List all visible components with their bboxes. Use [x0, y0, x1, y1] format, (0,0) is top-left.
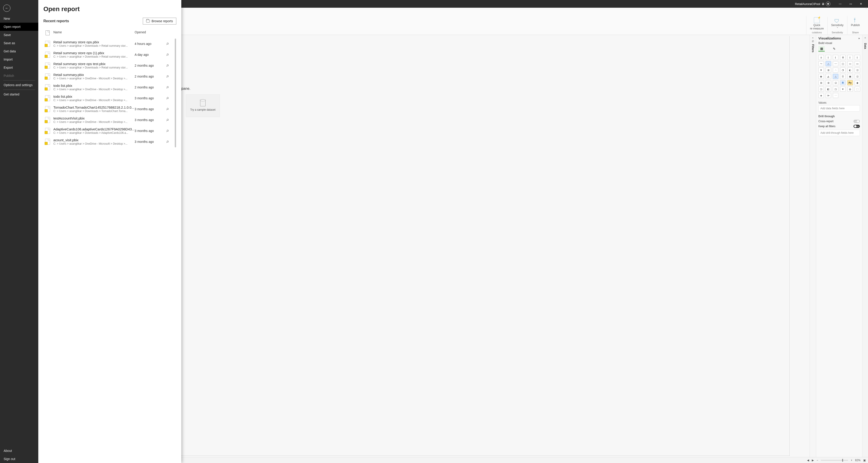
sidebar-item-getstarted[interactable]: Get started: [0, 90, 38, 98]
ribbon-collapse-icon[interactable]: ˆ: [866, 8, 867, 11]
viz-type-chip[interactable]: ⊞: [826, 67, 831, 73]
viz-type-chip[interactable]: ▭: [855, 61, 860, 66]
recent-report-row[interactable]: Retail summary store ops.pbix C: > Users…: [43, 38, 176, 49]
file-name: todo list.pbix: [53, 84, 135, 88]
close-button[interactable]: ✕: [856, 0, 866, 8]
back-button[interactable]: ←: [3, 4, 10, 12]
recent-report-row[interactable]: Retail summary store ops (1).pbix C: > U…: [43, 49, 176, 60]
viz-type-chip[interactable]: ⫿: [847, 55, 853, 60]
sidebar-item-open[interactable]: Open report: [0, 23, 38, 31]
scrollbar-thumb[interactable]: [175, 38, 176, 147]
try-sample-dataset-card[interactable]: Try a sample dataset: [186, 94, 220, 117]
account-display[interactable]: RetailAuroraCIPool 🖥: [795, 2, 830, 6]
ribbon-publish[interactable]: Publish Share: [847, 16, 864, 35]
recent-reports-heading: Recent reports: [43, 19, 69, 23]
pbix-file-icon: [45, 63, 50, 68]
ribbon-quick-measure[interactable]: Quick re measure culations: [806, 16, 828, 35]
drill-through-drop-area[interactable]: Add drill-through fields here: [818, 130, 860, 136]
format-visual-tab[interactable]: ✎: [831, 46, 837, 52]
file-name: AdaptiveCards106.adaptiveCards1267F9A029…: [53, 127, 135, 131]
viz-type-chip[interactable]: ◈: [818, 93, 824, 98]
sidebar-item-new[interactable]: New: [0, 15, 38, 23]
recent-report-row[interactable]: AdaptiveCards106.adaptiveCards1267F9A029…: [43, 125, 176, 136]
viz-type-chip[interactable]: ⬚: [855, 87, 860, 92]
viz-type-chip[interactable]: ▼: [840, 87, 845, 92]
file-path: C: > Users > asanglikar > OneDrive - Mic…: [53, 120, 135, 123]
sidebar-item-saveas[interactable]: Save as: [0, 39, 38, 47]
pbix-file-icon: [45, 117, 50, 123]
viz-type-chip[interactable]: △: [833, 74, 838, 79]
recent-report-row[interactable]: testAccountVisit.pbix C: > Users > asang…: [43, 115, 176, 125]
viz-type-chip[interactable]: ∴: [833, 67, 838, 73]
sidebar-item-save[interactable]: Save: [0, 31, 38, 39]
opened-time: 3 months ago: [135, 140, 166, 144]
recent-report-row[interactable]: Retail summary store ops test.pbix C: > …: [43, 60, 176, 71]
recent-report-row[interactable]: acount_visit.pbix C: > Users > asanglika…: [43, 136, 176, 147]
viz-type-chip[interactable]: ⫿: [855, 55, 860, 60]
viz-type-chip[interactable]: ◧: [826, 87, 831, 92]
viz-type-chip[interactable]: ▣: [847, 74, 853, 79]
viz-type-chip[interactable]: ◐: [847, 67, 853, 73]
keep-filters-label: Keep all filters: [818, 125, 835, 128]
viz-type-chip[interactable]: ◆: [855, 80, 860, 85]
ribbon-sensitivity[interactable]: Sensitivity ˅ Sensitivity: [828, 17, 847, 35]
viz-type-chip[interactable]: ⊞: [826, 80, 831, 85]
zoom-slider[interactable]: [821, 460, 848, 461]
maximize-button[interactable]: ▭: [845, 0, 856, 8]
viz-type-chip[interactable]: 〜: [818, 61, 824, 66]
viz-type-chip[interactable]: ▼: [818, 67, 824, 73]
file-path: C: > Users > asanglikar > OneDrive - Mic…: [53, 77, 135, 80]
viz-type-chip[interactable]: ◔: [840, 67, 845, 73]
opened-time: A day ago: [135, 53, 166, 56]
column-opened[interactable]: Opened: [135, 30, 166, 35]
build-visual-tab[interactable]: ▦: [818, 46, 825, 52]
viz-type-chip[interactable]: ≣: [840, 55, 845, 60]
viz-type-chip[interactable]: ◭: [826, 74, 831, 79]
viz-type-chip[interactable]: ⫼: [818, 55, 824, 60]
zoom-in-button[interactable]: +: [851, 459, 852, 462]
viz-type-chip[interactable]: ⊡: [855, 67, 860, 73]
viz-type-chip[interactable]: Py: [847, 80, 853, 85]
sidebar-item-export[interactable]: Export: [0, 63, 38, 71]
data-pane-collapsed[interactable]: « Data: [862, 35, 868, 457]
keep-filters-toggle[interactable]: On: [854, 125, 860, 128]
viz-type-chip[interactable]: ◳: [833, 87, 838, 92]
filters-pane-collapsed[interactable]: « ⎚ Filters: [809, 35, 816, 457]
canvas-hint-text: pane.: [181, 87, 190, 91]
page-nav-prev[interactable]: ◀: [807, 459, 809, 462]
recent-report-row[interactable]: todo list.pbix C: > Users > asanglikar >…: [43, 93, 176, 104]
viz-type-chip[interactable]: ⊞: [818, 80, 824, 85]
viz-type-chip[interactable]: ⊡: [833, 80, 838, 85]
viz-type-chip[interactable]: ⋯: [833, 93, 838, 98]
recent-report-row[interactable]: Retail summary.pbix C: > Users > asangli…: [43, 71, 176, 82]
page-nav-next[interactable]: ▶: [812, 459, 814, 462]
recent-report-row[interactable]: todo list.pbix C: > Users > asanglikar >…: [43, 82, 176, 93]
cross-report-toggle[interactable]: Off: [854, 120, 860, 123]
viz-type-chip[interactable]: 〰: [833, 61, 838, 66]
viz-type-chip[interactable]: △: [826, 61, 831, 66]
fit-to-page-button[interactable]: ▣: [863, 459, 866, 462]
column-name[interactable]: Name: [53, 30, 135, 35]
viz-type-chip[interactable]: ◍: [847, 87, 853, 92]
chevron-right-icon[interactable]: »: [858, 37, 860, 40]
viz-type-chip[interactable]: ⊡: [855, 74, 860, 79]
viz-type-chip[interactable]: ◫: [840, 61, 845, 66]
viz-type-chip[interactable]: ◉: [818, 74, 824, 79]
viz-type-chip[interactable]: ◳: [818, 87, 824, 92]
viz-type-chip[interactable]: R: [840, 80, 845, 85]
sidebar-item-options[interactable]: Options and settings: [0, 81, 38, 89]
sidebar-item-about[interactable]: About: [0, 447, 38, 455]
viz-type-chip[interactable]: ▭: [847, 61, 853, 66]
recent-report-row[interactable]: TornadoChart.TornadoChart1452517688218.2…: [43, 104, 176, 115]
viz-type-chip[interactable]: ☰: [840, 74, 845, 79]
sidebar-item-getdata[interactable]: Get data: [0, 47, 38, 55]
browse-reports-button[interactable]: Browse reports: [143, 18, 176, 25]
minimize-button[interactable]: —: [835, 0, 845, 8]
sidebar-item-signout[interactable]: Sign out: [0, 455, 38, 463]
zoom-out-button[interactable]: −: [816, 459, 818, 462]
viz-type-chip[interactable]: ≫: [826, 93, 831, 98]
viz-type-chip[interactable]: ⫿: [826, 55, 831, 60]
values-drop-area[interactable]: Add data fields here: [818, 105, 860, 112]
sidebar-item-import[interactable]: Import: [0, 55, 38, 63]
viz-type-chip[interactable]: ⫿: [833, 55, 838, 60]
